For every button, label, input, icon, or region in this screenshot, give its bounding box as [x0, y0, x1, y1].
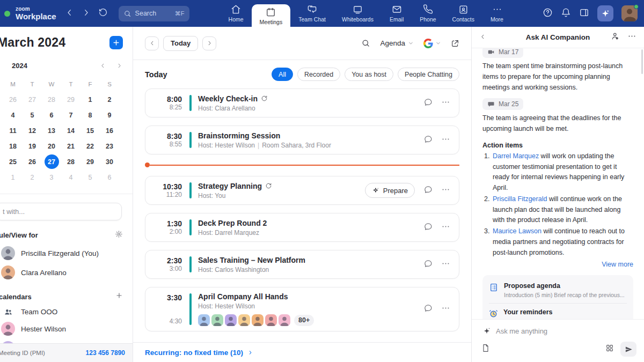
calendar-item[interactable]: Anthony Rios	[0, 338, 133, 343]
calendar-day[interactable]: 9	[100, 107, 119, 123]
meeting-card[interactable]: 10:3011:20Strategy PlanningHost: YouPrep…	[145, 176, 459, 205]
previous-month-button[interactable]	[99, 62, 106, 69]
meeting-card[interactable]: 8:308:55Brainstorming SessionHost: Heste…	[145, 125, 459, 154]
calendar-day[interactable]: 13	[42, 123, 61, 138]
meeting-chat-button[interactable]	[423, 259, 433, 270]
add-meeting-button[interactable]	[109, 36, 123, 49]
ask-ai-input[interactable]	[496, 327, 633, 335]
meeting-chat-button[interactable]	[423, 185, 433, 196]
calendar-item[interactable]: Team OOO	[0, 305, 133, 319]
calendar-day[interactable]: 21	[61, 138, 80, 154]
calendar-day[interactable]: 23	[100, 138, 119, 154]
schedule-person-item[interactable]: Clara Arellano	[0, 263, 133, 282]
meeting-chat-button[interactable]	[423, 222, 433, 233]
view-more-link[interactable]: View more	[482, 261, 633, 268]
suggestion-row-proposed-agenda[interactable]: Proposed agendaIntroduction (5 min) Brie…	[489, 277, 627, 303]
meet-with-input[interactable]	[0, 203, 122, 220]
google-calendar-dropdown[interactable]	[423, 39, 441, 48]
search-meetings-button[interactable]	[361, 39, 370, 48]
meeting-card[interactable]: 2:303:00Sales Training – New PlatformHos…	[145, 250, 459, 279]
calendar-day[interactable]: 28	[61, 154, 80, 169]
nav-back-button[interactable]	[64, 7, 75, 20]
meeting-chat-button[interactable]	[423, 304, 433, 315]
history-button[interactable]	[97, 6, 109, 20]
person-link[interactable]: Darrel Marquez	[493, 152, 539, 160]
meeting-more-button[interactable]	[441, 259, 450, 270]
calendar-day[interactable]: 11	[3, 123, 23, 138]
user-avatar[interactable]	[621, 5, 638, 21]
tab-team-chat[interactable]: Team Chat	[290, 0, 334, 27]
filter-recorded[interactable]: Recorded	[297, 68, 340, 81]
calendar-day[interactable]: 7	[61, 107, 80, 123]
calendar-day[interactable]: 22	[80, 138, 100, 154]
nav-forward-button[interactable]	[80, 7, 92, 20]
calendar-day[interactable]: 14	[61, 123, 80, 138]
add-calendar-button[interactable]	[115, 292, 123, 301]
calendar-day[interactable]: 4	[3, 107, 23, 123]
calendar-day[interactable]: 19	[23, 138, 42, 154]
calendar-day[interactable]: 1	[80, 92, 100, 107]
calendar-day[interactable]: 4	[61, 169, 80, 185]
schedule-settings-button[interactable]	[115, 230, 123, 240]
ai-companion-button[interactable]	[597, 5, 613, 21]
meeting-more-button[interactable]	[441, 98, 450, 109]
calendar-day[interactable]: 18	[3, 138, 23, 154]
meeting-card[interactable]: 3:304:30April Company All HandsHost: Hes…	[145, 287, 459, 331]
schedule-person-item[interactable]: Priscilla Fitzgerald (You)	[0, 243, 133, 263]
meeting-card[interactable]: 1:302:00Deck Prep Round 2Host: Darrel Ma…	[145, 213, 459, 242]
calendar-day[interactable]: 20	[42, 138, 61, 154]
calendar-day[interactable]: 5	[80, 169, 100, 185]
calendar-day[interactable]: 30	[100, 154, 119, 169]
prepare-button[interactable]: Prepare	[365, 183, 415, 198]
tab-home[interactable]: Home	[221, 0, 252, 27]
meeting-more-button[interactable]	[441, 135, 450, 146]
panel-back-button[interactable]	[479, 33, 486, 42]
recurring-meetings-link[interactable]: Recurring: no fixed time (10)	[145, 349, 253, 357]
open-external-button[interactable]	[451, 39, 459, 48]
calendar-day[interactable]: 6	[100, 169, 119, 185]
attach-file-button[interactable]	[481, 344, 490, 354]
calendar-day[interactable]: 26	[3, 92, 23, 107]
apps-button[interactable]	[605, 344, 614, 354]
filter-you-as-host[interactable]: You as host	[345, 68, 393, 81]
calendar-day[interactable]: 26	[23, 154, 42, 169]
calendar-item[interactable]: Hester Wilson	[0, 319, 133, 338]
calendar-day[interactable]: 2	[23, 169, 42, 185]
tab-phone[interactable]: Phone	[412, 0, 444, 27]
calendar-day[interactable]: 5	[23, 107, 42, 123]
tab-whiteboards[interactable]: Whiteboards	[334, 0, 382, 27]
next-month-button[interactable]	[116, 62, 123, 69]
meeting-more-button[interactable]	[441, 304, 450, 315]
calendar-day[interactable]: 12	[23, 123, 42, 138]
calendar-day[interactable]: 25	[3, 154, 23, 169]
filter-people-chatting[interactable]: People Chatting	[398, 68, 459, 81]
tab-more[interactable]: More	[482, 0, 511, 27]
meeting-chat-button[interactable]	[423, 98, 433, 109]
next-day-button[interactable]	[202, 36, 216, 50]
filter-all[interactable]: All	[272, 68, 293, 81]
meeting-chat-button[interactable]	[423, 135, 433, 146]
suggestion-row-your-reminders[interactable]: Your reminders1. Refining and implementi…	[489, 303, 627, 319]
share-access-button[interactable]	[611, 32, 620, 43]
toggle-side-panel-button[interactable]	[579, 8, 589, 20]
calendar-day[interactable]: 6	[42, 107, 61, 123]
calendar-day[interactable]: 8	[80, 107, 100, 123]
calendar-day[interactable]: 16	[100, 123, 119, 138]
person-link[interactable]: Maurice Lawson	[493, 227, 541, 235]
calendar-day[interactable]: 2	[100, 92, 119, 107]
tab-meetings[interactable]: Meetings	[252, 4, 291, 27]
calendar-day[interactable]: 29	[61, 92, 80, 107]
pmi-number[interactable]: 123 456 7890	[86, 349, 125, 357]
meeting-more-button[interactable]	[441, 185, 450, 196]
person-link[interactable]: Priscilla Fitzgerald	[493, 195, 547, 203]
calendar-day[interactable]: 1	[3, 169, 23, 185]
calendar-day-selected[interactable]: 27	[42, 154, 61, 169]
meeting-more-button[interactable]	[441, 222, 450, 233]
tab-contacts[interactable]: Contacts	[444, 0, 482, 27]
view-selector-dropdown[interactable]: Agenda	[380, 39, 414, 47]
global-search-input[interactable]: Search ⌘F	[119, 6, 189, 21]
help-button[interactable]	[543, 8, 553, 20]
calendar-day[interactable]: 28	[42, 92, 61, 107]
panel-scrollbar[interactable]	[641, 49, 643, 74]
calendar-day[interactable]: 29	[80, 154, 100, 169]
